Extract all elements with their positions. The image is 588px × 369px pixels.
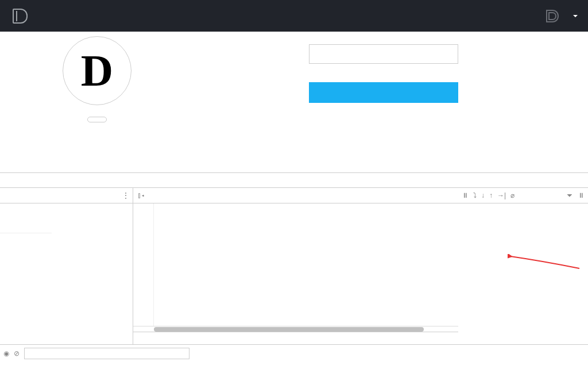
footer-number (0, 367, 5, 369)
page-content: D (0, 32, 588, 172)
nickname-input[interactable] (309, 44, 458, 64)
step-out-icon[interactable]: ↑ (489, 191, 493, 199)
console-bar: ◉ ⊘ (0, 344, 588, 362)
vip-badge (87, 117, 107, 122)
chevron-down-icon (573, 15, 578, 17)
devtools-tabs (0, 173, 588, 188)
more-icon[interactable]: ⋮ (122, 191, 129, 200)
nav-right (544, 9, 583, 24)
pause-icon[interactable]: ⏸ (462, 191, 469, 199)
profile-right (194, 34, 588, 172)
console-filter-input[interactable] (24, 348, 189, 359)
sources-sidebar: ⋮ (0, 188, 133, 344)
user-avatar-icon[interactable] (544, 9, 559, 24)
code-area[interactable] (154, 203, 458, 326)
step-icon[interactable]: →| (497, 191, 506, 199)
avatar-letter: D (81, 48, 113, 93)
avatar: D (63, 36, 131, 105)
deactivate-bp-icon[interactable]: ⌀ (510, 191, 514, 199)
profile-left: D (0, 34, 194, 172)
debugger-toolbar: ⏸ ⤵ ↓ ↑ →| ⌀ ⏷ ⏸ (458, 188, 588, 203)
pause-on-ex-icon[interactable]: ⏸ (578, 191, 585, 199)
clear-icon[interactable]: ⊘ (14, 349, 20, 358)
step-over-icon[interactable]: ⤵ (473, 191, 477, 199)
debugger-panel: ⏸ ⤵ ↓ ↑ →| ⌀ ⏷ ⏸ (458, 188, 588, 344)
step-into-icon[interactable]: ↓ (481, 191, 485, 199)
annotation-arrow (508, 254, 582, 271)
logo-icon (13, 9, 28, 24)
submit-button[interactable] (309, 82, 458, 103)
site-logo[interactable] (5, 9, 39, 24)
eye-icon[interactable]: ◉ (3, 349, 9, 358)
horizontal-scrollbar[interactable] (133, 326, 458, 332)
code-status-bar (133, 332, 458, 344)
file-nav-icon[interactable]: ⫿◂ (137, 191, 146, 199)
async-icon[interactable]: ⏷ (566, 191, 573, 199)
code-panel: ⫿◂ (133, 188, 458, 344)
top-nav (0, 0, 588, 32)
line-gutter (133, 203, 154, 326)
devtools: ⋮ ⫿◂ ⏸ ⤵ ↓ ↑ →| ⌀ (0, 172, 588, 367)
